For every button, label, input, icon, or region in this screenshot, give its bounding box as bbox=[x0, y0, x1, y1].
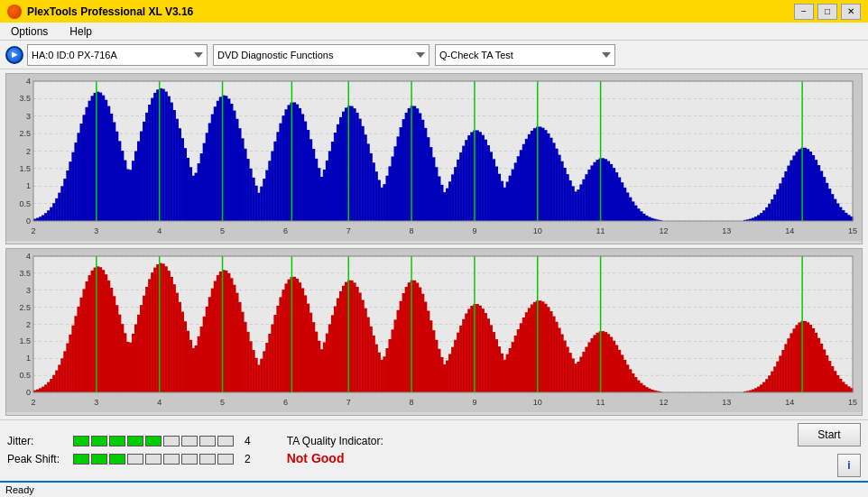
meter-segment bbox=[163, 454, 180, 465]
meter-segment bbox=[217, 454, 234, 465]
device-select[interactable]: HA:0 ID:0 PX-716A bbox=[27, 44, 208, 66]
main-content bbox=[0, 69, 868, 419]
metrics-section: Jitter: 4 Peak Shift: 2 bbox=[7, 435, 251, 465]
meter-segment bbox=[109, 454, 125, 465]
meter-segment bbox=[199, 454, 216, 465]
meter-segment bbox=[73, 436, 89, 446]
bottom-chart-container bbox=[5, 248, 863, 416]
close-button[interactable]: ✕ bbox=[841, 4, 861, 20]
function-select[interactable]: DVD Diagnostic Functions bbox=[213, 44, 429, 66]
meter-segment bbox=[145, 454, 162, 465]
title-bar: PlexTools Professional XL V3.16 − □ ✕ bbox=[0, 0, 868, 23]
menu-options[interactable]: Options bbox=[4, 23, 55, 40]
meter-segment bbox=[199, 436, 216, 446]
meter-segment bbox=[163, 436, 180, 446]
jitter-label: Jitter: bbox=[7, 435, 66, 447]
menu-bar: Options Help bbox=[0, 23, 868, 41]
ta-quality-section: TA Quality Indicator: Not Good bbox=[287, 435, 383, 465]
maximize-button[interactable]: □ bbox=[817, 4, 837, 20]
action-buttons: Start i bbox=[798, 423, 861, 477]
jitter-row: Jitter: 4 bbox=[7, 435, 251, 447]
meter-segment bbox=[109, 436, 125, 446]
test-select[interactable]: Q-Check TA Test bbox=[435, 44, 615, 66]
top-chart-container bbox=[5, 73, 863, 244]
start-button[interactable]: Start bbox=[798, 423, 861, 446]
menu-help[interactable]: Help bbox=[62, 23, 99, 40]
meter-segment bbox=[181, 454, 198, 465]
title-bar-left: PlexTools Professional XL V3.16 bbox=[7, 5, 193, 19]
device-icon: ▶ bbox=[5, 46, 23, 64]
app-icon bbox=[7, 5, 22, 19]
meter-segment bbox=[127, 436, 143, 446]
meter-segment bbox=[91, 454, 107, 465]
status-text: Ready bbox=[5, 484, 34, 495]
meter-segment bbox=[217, 436, 234, 446]
bottom-panel: Jitter: 4 Peak Shift: 2 TA Quality Indic… bbox=[0, 419, 868, 481]
meter-segment bbox=[73, 454, 89, 465]
jitter-value: 4 bbox=[245, 435, 251, 447]
ta-quality-result: Not Good bbox=[287, 451, 383, 465]
device-selector: ▶ HA:0 ID:0 PX-716A bbox=[5, 44, 208, 66]
meter-segment bbox=[91, 436, 107, 446]
status-bar: Ready bbox=[0, 481, 868, 497]
peakshift-label: Peak Shift: bbox=[7, 453, 66, 465]
top-chart bbox=[6, 74, 862, 241]
meter-segment bbox=[127, 454, 143, 465]
minimize-button[interactable]: − bbox=[794, 4, 814, 20]
info-button[interactable]: i bbox=[837, 454, 861, 477]
meter-segment bbox=[181, 436, 198, 446]
bottom-chart bbox=[6, 249, 862, 412]
peakshift-meter bbox=[73, 454, 234, 465]
toolbar: ▶ HA:0 ID:0 PX-716A DVD Diagnostic Funct… bbox=[0, 41, 868, 69]
ta-quality-label: TA Quality Indicator: bbox=[287, 435, 383, 447]
meter-segment bbox=[145, 436, 162, 446]
jitter-meter bbox=[73, 436, 234, 446]
title-text: PlexTools Professional XL V3.16 bbox=[27, 5, 193, 18]
title-bar-controls: − □ ✕ bbox=[794, 4, 861, 20]
peakshift-row: Peak Shift: 2 bbox=[7, 453, 251, 465]
peakshift-value: 2 bbox=[245, 453, 251, 465]
